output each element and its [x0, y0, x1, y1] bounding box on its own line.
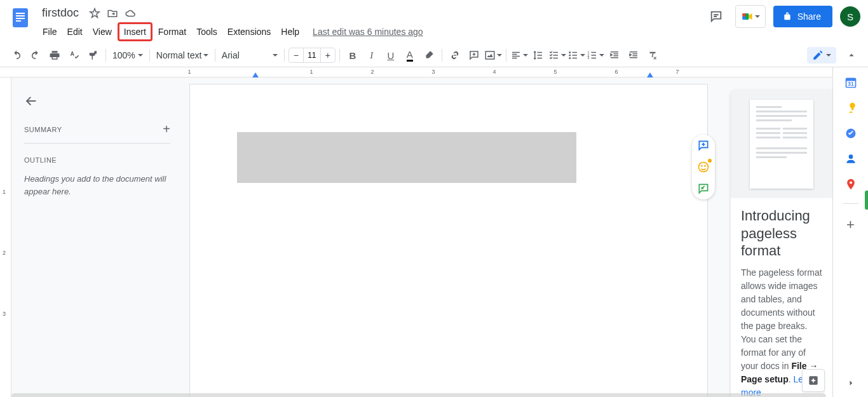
meet-button[interactable] — [735, 5, 766, 28]
svg-rect-6 — [742, 13, 745, 17]
document-container: 1 1 2 3 4 5 6 7 1 2 3 SUMMARY — [0, 67, 832, 397]
paragraph-style-select[interactable]: Normal text — [154, 46, 211, 64]
undo-button[interactable] — [8, 46, 25, 64]
decrease-indent-button[interactable] — [606, 46, 623, 64]
keep-icon[interactable] — [844, 102, 857, 114]
menu-tools[interactable]: Tools — [192, 24, 222, 39]
vertical-ruler[interactable]: 1 2 3 — [0, 77, 11, 397]
hide-sidebar-button[interactable] — [845, 377, 857, 391]
chevron-down-icon — [755, 15, 760, 18]
spellcheck-button[interactable] — [65, 46, 83, 64]
numbered-list-button[interactable]: 123 — [587, 46, 604, 64]
font-select[interactable]: Arial — [219, 46, 280, 64]
docs-logo[interactable] — [8, 5, 33, 30]
redo-button[interactable] — [27, 46, 44, 64]
ruler-tick: 1 — [3, 189, 6, 195]
italic-button[interactable]: I — [363, 46, 381, 64]
document-page[interactable] — [189, 84, 708, 397]
outline-back-button[interactable] — [24, 94, 39, 109]
paint-format-button[interactable] — [84, 46, 102, 64]
text-selection — [237, 132, 576, 183]
svg-point-15 — [699, 163, 709, 172]
text-color-button[interactable]: A — [401, 46, 419, 64]
add-comment-icon[interactable] — [696, 138, 710, 152]
summary-header: SUMMARY + — [24, 122, 170, 137]
maps-icon[interactable] — [844, 178, 857, 191]
increase-indent-button[interactable] — [625, 46, 642, 64]
underline-button[interactable]: U — [382, 46, 400, 64]
contacts-icon[interactable] — [844, 152, 857, 165]
svg-point-9 — [569, 51, 571, 53]
decrease-font-button[interactable]: − — [289, 48, 303, 62]
ruler-tick: 2 — [370, 69, 374, 75]
separator — [442, 49, 442, 62]
top-bar: firstdoc File Edit View Insert Format To… — [0, 0, 868, 41]
comment-history-button[interactable] — [705, 5, 728, 28]
font-value: Arial — [222, 50, 240, 60]
tasks-icon[interactable] — [844, 127, 857, 140]
info-card-title: Introducing pageless format — [731, 198, 832, 266]
insert-image-button[interactable] — [484, 46, 502, 64]
line-spacing-button[interactable] — [529, 46, 547, 64]
print-button[interactable] — [46, 46, 64, 64]
move-icon[interactable] — [107, 8, 118, 19]
emoji-reaction-icon[interactable] — [696, 160, 710, 174]
account-avatar[interactable]: S — [840, 6, 860, 27]
toolbar: 100% Normal text Arial − + B I U A 123 — [0, 44, 868, 67]
side-panel-tab[interactable] — [865, 191, 868, 210]
right-indent-marker[interactable] — [647, 72, 653, 77]
ruler-tick: 7 — [675, 69, 679, 75]
horizontal-scrollbar[interactable] — [11, 393, 826, 397]
horizontal-ruler[interactable]: 1 1 2 3 4 5 6 7 — [0, 67, 832, 77]
chevron-down-icon — [138, 54, 143, 57]
bold-button[interactable]: B — [344, 46, 362, 64]
menu-help[interactable]: Help — [276, 24, 304, 39]
ruler-tick: 1 — [187, 69, 191, 75]
insert-link-button[interactable] — [446, 46, 464, 64]
chevron-down-icon — [580, 54, 585, 57]
menu-format[interactable]: Format — [154, 24, 191, 39]
get-addons-button[interactable]: + — [846, 217, 855, 233]
separator — [506, 49, 506, 62]
add-comment-button[interactable] — [465, 46, 483, 64]
separator — [215, 49, 215, 62]
info-text: The pageless format allows wide images a… — [741, 267, 822, 371]
editing-mode-button[interactable] — [807, 47, 836, 64]
left-indent-marker[interactable] — [252, 72, 259, 77]
clear-formatting-button[interactable] — [644, 46, 661, 64]
svg-rect-7 — [742, 17, 745, 20]
menu-extensions[interactable]: Extensions — [223, 24, 275, 39]
chevron-down-icon — [273, 54, 278, 57]
highlight-button[interactable] — [420, 46, 438, 64]
document-title[interactable]: firstdoc — [38, 5, 83, 21]
increase-font-button[interactable]: + — [321, 48, 335, 62]
align-button[interactable] — [510, 46, 528, 64]
menu-view[interactable]: View — [88, 24, 116, 39]
suggest-edit-icon[interactable] — [696, 182, 710, 196]
svg-rect-8 — [485, 51, 494, 59]
star-icon[interactable] — [89, 8, 100, 19]
main-area: 1 1 2 3 4 5 6 7 1 2 3 SUMMARY — [0, 67, 868, 397]
share-button[interactable]: Share — [773, 6, 832, 27]
font-size-input[interactable] — [303, 48, 321, 62]
calendar-icon[interactable]: 31 — [844, 76, 857, 89]
cloud-status-icon[interactable] — [125, 8, 136, 19]
svg-rect-4 — [16, 20, 21, 22]
menu-edit[interactable]: Edit — [63, 24, 87, 39]
svg-point-17 — [704, 165, 706, 167]
menu-file[interactable]: File — [38, 24, 62, 39]
last-edit-link[interactable]: Last edit was 6 minutes ago — [313, 27, 423, 37]
zoom-select[interactable]: 100% — [110, 46, 146, 64]
svg-text:3: 3 — [587, 56, 589, 60]
bulleted-list-button[interactable] — [567, 46, 585, 64]
add-summary-button[interactable]: + — [163, 122, 170, 137]
svg-point-16 — [701, 165, 703, 167]
svg-rect-2 — [16, 15, 25, 17]
title-area: firstdoc File Edit View Insert Format To… — [38, 5, 705, 41]
checklist-button[interactable] — [548, 46, 566, 64]
menu-insert[interactable]: Insert — [118, 22, 153, 41]
ruler-tick: 3 — [431, 69, 435, 75]
explore-button[interactable] — [802, 369, 825, 392]
collapse-toolbar-button[interactable] — [843, 46, 860, 64]
floating-comment-tools — [692, 135, 715, 199]
